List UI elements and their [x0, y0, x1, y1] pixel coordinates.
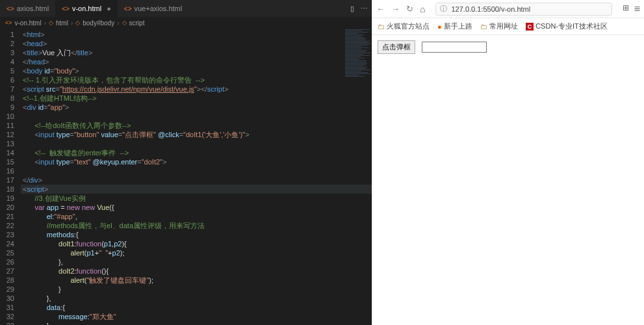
line-number: 27: [0, 266, 14, 276]
code-line[interactable]: <input type="button" value="点击弹框" @click…: [21, 130, 372, 139]
text-input[interactable]: [422, 42, 487, 53]
code-line[interactable]: doIt1:function(p1,p2){: [21, 239, 372, 248]
back-icon[interactable]: ←: [376, 4, 385, 14]
html-file-icon: <>: [6, 5, 14, 12]
code-line[interactable]: [21, 112, 372, 121]
home-icon[interactable]: ⌂: [420, 4, 425, 14]
grid-icon[interactable]: ⊞: [623, 3, 629, 15]
code-line[interactable]: }: [21, 321, 372, 325]
line-number: 22: [0, 221, 14, 230]
bookmark-item[interactable]: ●新手上路: [437, 21, 472, 31]
split-icon[interactable]: ▯: [350, 5, 354, 13]
breadcrumb-icon: ◇: [122, 20, 127, 26]
code-line[interactable]: <head>: [21, 39, 372, 48]
bookmarks-bar: 🗀火狐官方站点●新手上路🗀常用网址CCSDN-专业IT技术社区: [372, 18, 644, 35]
code-line[interactable]: <!-- 触发键盘的enter事件 -->: [21, 148, 372, 157]
bookmark-item[interactable]: 🗀火狐官方站点: [378, 21, 430, 31]
code-line[interactable]: doIt2:function(){: [21, 266, 372, 276]
breadcrumb-item[interactable]: v-on.html: [15, 20, 42, 27]
code-line[interactable]: <script src="https://cdn.jsdelivr.net/np…: [21, 84, 372, 94]
info-icon: ⓘ: [440, 4, 447, 14]
code-line[interactable]: <!-- 1.引入开发环境版本，包含了有帮助的命令行警告 -->: [21, 75, 372, 84]
code-line[interactable]: //methods属性，与el、data属性评级，用来写方法: [21, 221, 372, 230]
line-number: 23: [0, 230, 14, 239]
line-number: 24: [0, 239, 14, 248]
line-number: 28: [0, 276, 14, 285]
code-line[interactable]: <title>Vue 入门</title>: [21, 48, 372, 57]
code-lines[interactable]: <html> <head> <title>Vue 入门</title> </he…: [21, 29, 372, 325]
line-number: 13: [0, 139, 14, 148]
code-line[interactable]: <html>: [21, 30, 372, 39]
line-number: 10: [0, 112, 14, 121]
code-line[interactable]: <!--1.创建HTML结构-->: [21, 94, 372, 103]
code-line[interactable]: el:"#app",: [21, 212, 372, 221]
reload-icon[interactable]: ↻: [406, 4, 413, 14]
tab-vue+axios-html[interactable]: <>vue+axios.html: [118, 0, 188, 17]
forward-icon[interactable]: →: [391, 4, 400, 14]
code-line[interactable]: alert("触发了键盘回车键");: [21, 276, 372, 285]
code-line[interactable]: <div id="app">: [21, 103, 372, 112]
code-line[interactable]: },: [21, 294, 372, 303]
code-line[interactable]: <!--给doIt函数传入两个参数-->: [21, 121, 372, 130]
code-line[interactable]: }: [21, 285, 372, 294]
line-number: 25: [0, 248, 14, 257]
line-number: 6: [0, 75, 14, 84]
code-line[interactable]: //3.创建Vue实例: [21, 194, 372, 203]
bookmark-item[interactable]: CCSDN-专业IT技术社区: [526, 21, 608, 31]
address-bar[interactable]: ⓘ 127.0.0.1:5500/v-on.html: [435, 3, 612, 16]
line-number: 20: [0, 203, 14, 212]
line-number: 3: [0, 48, 14, 57]
line-number: 14: [0, 148, 14, 157]
code-line[interactable]: alert(p1+" "+p2);: [21, 248, 372, 257]
bookmark-item[interactable]: 🗀常用网址: [480, 21, 518, 31]
code-line[interactable]: methods:{: [21, 230, 372, 239]
code-line[interactable]: [21, 139, 372, 148]
line-number: 15: [0, 157, 14, 166]
code-area: 1234567891011121314151617181920212223242…: [0, 29, 372, 325]
breadcrumb-item[interactable]: script: [129, 20, 145, 27]
line-number: 9: [0, 103, 14, 112]
breadcrumb-icon: <>: [5, 20, 12, 26]
more-icon[interactable]: ⋯: [361, 5, 368, 13]
breadcrumb-item[interactable]: body#body: [83, 20, 114, 27]
code-line[interactable]: </head>: [21, 57, 372, 66]
code-line[interactable]: var app = new new Vue({: [21, 203, 372, 212]
line-number: 31: [0, 303, 14, 312]
html-file-icon: <>: [62, 5, 70, 12]
line-number: 16: [0, 166, 14, 176]
line-number: 12: [0, 130, 14, 139]
browser-nav: ← → ↻ ⌂ ⓘ 127.0.0.1:5500/v-on.html ⊞ ≡: [372, 0, 644, 18]
url-text: 127.0.0.1:5500/v-on.html: [451, 5, 530, 13]
code-line[interactable]: <script>: [21, 185, 372, 194]
browser-pane: ← → ↻ ⌂ ⓘ 127.0.0.1:5500/v-on.html ⊞ ≡ 🗀…: [372, 0, 644, 325]
browser-actions: ⊞ ≡: [623, 3, 640, 15]
line-number: 4: [0, 57, 14, 66]
line-number: 8: [0, 94, 14, 103]
folder-icon: 🗀: [480, 23, 487, 31]
tab-axios-html[interactable]: <>axios.html: [0, 0, 55, 17]
breadcrumb-icon: ◇: [49, 20, 53, 26]
firefox-icon: ●: [437, 23, 442, 31]
line-number: 29: [0, 285, 14, 294]
code-line[interactable]: message:"郑大鱼": [21, 312, 372, 321]
line-number: 2: [0, 39, 14, 48]
menu-icon[interactable]: ≡: [634, 3, 640, 15]
line-number: 5: [0, 66, 14, 75]
tabs-bar: <>axios.html<>v-on.html●<>vue+axios.html…: [0, 0, 372, 17]
code-line[interactable]: [21, 166, 372, 176]
code-line[interactable]: <body id="body">: [21, 66, 372, 75]
code-line[interactable]: </div>: [21, 176, 372, 185]
code-line[interactable]: },: [21, 257, 372, 266]
line-gutter: 1234567891011121314151617181920212223242…: [0, 29, 21, 325]
breadcrumb-item[interactable]: html: [56, 20, 68, 27]
csdn-icon: C: [526, 23, 534, 31]
line-number: 1: [0, 30, 14, 39]
line-number: 7: [0, 84, 14, 94]
click-button[interactable]: 点击弹框: [378, 40, 415, 54]
tab-v-on-html[interactable]: <>v-on.html●: [55, 0, 118, 17]
dirty-icon[interactable]: ●: [107, 5, 111, 12]
line-number: 11: [0, 121, 14, 130]
code-line[interactable]: data:{: [21, 303, 372, 312]
code-line[interactable]: <input type="text" @keyup.enter="doIt2">: [21, 157, 372, 166]
line-number: 18: [0, 185, 14, 194]
